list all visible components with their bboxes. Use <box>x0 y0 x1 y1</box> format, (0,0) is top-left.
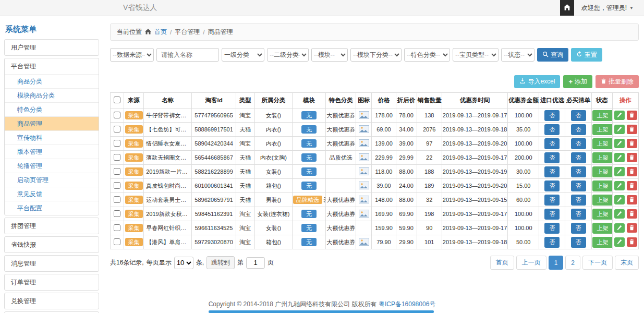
delete-button[interactable] <box>627 125 637 134</box>
sidebar-item-14[interactable]: 消息管理 <box>5 256 99 271</box>
status-select[interactable]: --状态-- <box>501 48 534 62</box>
status-button[interactable]: 上架 <box>592 237 613 248</box>
status-button[interactable]: 上架 <box>592 124 613 135</box>
import-select-button[interactable]: 否 <box>544 124 560 135</box>
must-buy-button[interactable]: 否 <box>571 237 586 248</box>
must-buy-button[interactable]: 否 <box>571 223 586 234</box>
sidebar-item-1[interactable]: 平台管理 <box>5 58 99 74</box>
row-checkbox[interactable] <box>114 238 120 245</box>
reset-button[interactable]: 重置 <box>571 48 602 62</box>
status-button[interactable]: 上架 <box>592 110 613 121</box>
edit-button[interactable] <box>614 111 625 120</box>
module-sub-select[interactable]: --模块下分类-- <box>350 48 402 62</box>
row-checkbox[interactable] <box>114 196 120 203</box>
delete-button[interactable] <box>627 237 637 247</box>
import-select-button[interactable]: 否 <box>544 180 560 191</box>
import-select-button[interactable]: 否 <box>544 209 560 220</box>
sidebar-item-10[interactable]: 意见反馈 <box>5 187 99 201</box>
edit-button[interactable] <box>614 209 625 219</box>
sidebar-item-0[interactable]: 用户管理 <box>5 40 99 55</box>
edit-button[interactable] <box>614 139 625 148</box>
sidebar-item-8[interactable]: 轮播管理 <box>5 159 99 173</box>
page-button-2[interactable]: 1 <box>549 256 564 270</box>
status-button[interactable]: 上架 <box>592 138 613 149</box>
delete-button[interactable] <box>627 153 637 162</box>
must-buy-button[interactable]: 否 <box>571 209 586 220</box>
must-buy-button[interactable]: 否 <box>571 124 586 135</box>
page-button-4[interactable]: 下一页 <box>582 256 613 270</box>
horizontal-scrollbar-thumb[interactable] <box>209 310 434 313</box>
delete-button[interactable] <box>627 181 637 190</box>
row-checkbox[interactable] <box>114 182 120 189</box>
status-button[interactable]: 上架 <box>592 180 613 191</box>
row-checkbox[interactable] <box>114 112 120 118</box>
page-size-select[interactable]: 10 <box>174 257 193 269</box>
edit-button[interactable] <box>614 223 625 233</box>
item-type-select[interactable]: --宝贝类型-- <box>453 48 499 62</box>
sidebar-item-3[interactable]: 模块商品分类 <box>5 88 99 102</box>
edit-button[interactable] <box>614 167 625 176</box>
feature-category-select[interactable]: --特色分类-- <box>404 48 450 62</box>
must-buy-button[interactable]: 否 <box>571 180 586 191</box>
delete-button[interactable] <box>627 195 637 204</box>
row-checkbox[interactable] <box>114 224 120 231</box>
import-select-button[interactable]: 否 <box>544 138 560 149</box>
must-buy-button[interactable]: 否 <box>571 195 586 206</box>
edit-button[interactable] <box>614 153 625 162</box>
must-buy-button[interactable]: 否 <box>571 152 586 163</box>
edit-button[interactable] <box>614 181 625 190</box>
page-button-1[interactable]: 上一页 <box>516 256 546 270</box>
delete-button[interactable] <box>627 167 637 176</box>
sidebar-item-12[interactable]: 拼团管理 <box>5 218 99 234</box>
name-search-input[interactable] <box>156 48 219 62</box>
row-checkbox[interactable] <box>114 210 120 217</box>
search-button[interactable]: 查询 <box>537 48 568 62</box>
icp-link[interactable]: 粤ICP备16098006号 <box>379 300 435 308</box>
status-button[interactable]: 上架 <box>592 223 613 234</box>
delete-button[interactable] <box>627 111 637 120</box>
batch-delete-button[interactable]: 批量删除 <box>596 75 639 88</box>
select-all-checkbox[interactable] <box>114 97 120 103</box>
add-button[interactable]: + 添加 <box>563 75 592 88</box>
row-checkbox[interactable] <box>114 126 120 133</box>
sidebar-item-9[interactable]: 启动页管理 <box>5 173 99 187</box>
sidebar-item-11[interactable]: 平台配置 <box>5 201 99 215</box>
import-select-button[interactable]: 否 <box>544 110 560 121</box>
delete-button[interactable] <box>627 209 637 219</box>
data-source-select[interactable]: --数据来源-- <box>110 48 154 62</box>
status-button[interactable]: 上架 <box>592 152 613 163</box>
row-checkbox[interactable] <box>114 168 120 175</box>
breadcrumb-home-link[interactable]: 首页 <box>154 28 167 37</box>
sidebar-item-7[interactable]: 版本管理 <box>5 145 99 159</box>
module-select[interactable]: --模块-- <box>311 48 348 62</box>
status-button[interactable]: 上架 <box>592 166 613 177</box>
user-menu[interactable]: 欢迎您，管理员! ▼ <box>574 0 644 16</box>
home-button[interactable] <box>560 0 574 16</box>
sidebar-item-13[interactable]: 省钱快报 <box>5 237 99 252</box>
status-button[interactable]: 上架 <box>592 209 613 220</box>
edit-button[interactable] <box>614 195 625 204</box>
sidebar-item-2[interactable]: 商品分类 <box>5 74 99 88</box>
delete-button[interactable] <box>627 223 637 233</box>
delete-button[interactable] <box>627 139 637 148</box>
page-button-3[interactable]: 2 <box>565 256 580 270</box>
edit-button[interactable] <box>614 125 625 134</box>
must-buy-button[interactable]: 否 <box>571 138 586 149</box>
import-select-button[interactable]: 否 <box>544 195 560 206</box>
row-checkbox[interactable] <box>114 140 120 147</box>
page-button-0[interactable]: 首页 <box>490 256 514 270</box>
edit-button[interactable] <box>614 237 625 247</box>
must-buy-button[interactable]: 否 <box>571 166 586 177</box>
row-checkbox[interactable] <box>114 154 120 161</box>
sidebar-item-6[interactable]: 宣传物料 <box>5 130 99 145</box>
jump-button[interactable]: 跳转到 <box>206 256 235 269</box>
page-button-5[interactable]: 末页 <box>615 256 639 270</box>
sidebar-item-4[interactable]: 特色分类 <box>5 102 99 116</box>
import-select-button[interactable]: 否 <box>544 166 560 177</box>
must-buy-button[interactable]: 否 <box>571 110 586 121</box>
import-select-button[interactable]: 否 <box>544 237 560 248</box>
import-select-button[interactable]: 否 <box>544 223 560 234</box>
import-excel-button[interactable]: 导入excel <box>514 75 560 88</box>
level1-category-select[interactable]: 一级分类 <box>222 48 264 62</box>
import-select-button[interactable]: 否 <box>544 152 560 163</box>
